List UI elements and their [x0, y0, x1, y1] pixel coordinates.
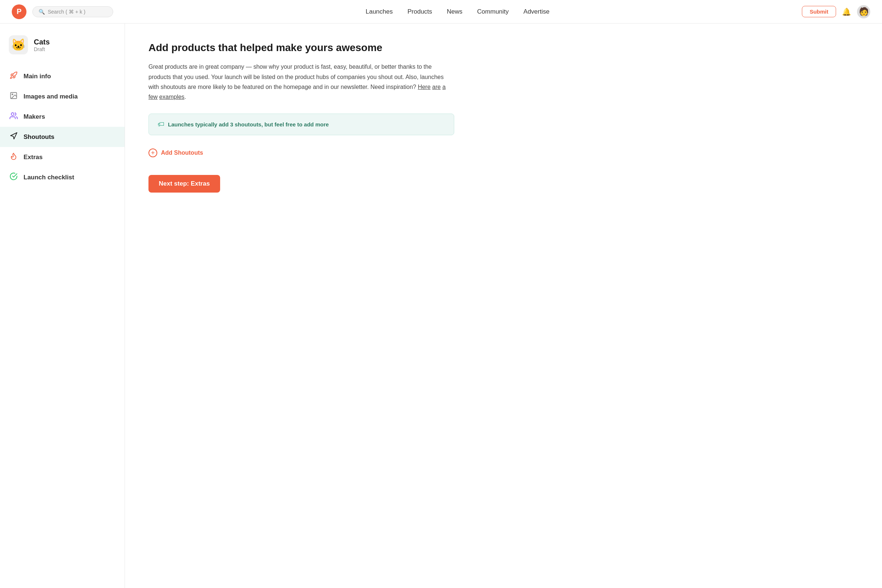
- sidebar-item-launch-checklist[interactable]: Launch checklist: [0, 167, 124, 188]
- add-shoutouts-button[interactable]: + Add Shoutouts: [148, 148, 454, 157]
- rocket-icon: [9, 71, 18, 81]
- sidebar-item-makers[interactable]: Makers: [0, 106, 124, 127]
- link-few[interactable]: few: [148, 94, 158, 100]
- submit-button[interactable]: Submit: [802, 6, 836, 17]
- sidebar-label-makers: Makers: [24, 113, 45, 120]
- page-title: Add products that helped make yours awes…: [148, 41, 454, 54]
- plus-circle-icon: +: [148, 148, 157, 157]
- notification-icon[interactable]: 🔔: [842, 8, 851, 16]
- sidebar: 🐱 Cats Draft Main info: [0, 24, 125, 588]
- info-box: 🏷 Launches typically add 3 shoutouts, bu…: [148, 114, 454, 135]
- sidebar-product: 🐱 Cats Draft: [0, 35, 124, 66]
- main-content: Add products that helped make yours awes…: [125, 24, 478, 588]
- add-shoutouts-label: Add Shoutouts: [161, 150, 203, 156]
- search-box[interactable]: 🔍 Search ( ⌘ + k ): [32, 6, 113, 17]
- sidebar-label-main-info: Main info: [24, 73, 51, 80]
- sidebar-label-launch-checklist: Launch checklist: [24, 174, 74, 181]
- info-box-text: Launches typically add 3 shoutouts, but …: [168, 121, 329, 128]
- check-circle-icon: [9, 172, 18, 182]
- page-layout: 🐱 Cats Draft Main info: [0, 24, 882, 588]
- avatar[interactable]: 🧑: [857, 5, 870, 18]
- product-icon: 🐱: [9, 35, 28, 54]
- next-step-button[interactable]: Next step: Extras: [148, 175, 220, 193]
- nav-products[interactable]: Products: [408, 8, 432, 15]
- header-right: Submit 🔔 🧑: [802, 5, 870, 18]
- search-icon: 🔍: [39, 9, 45, 15]
- svg-point-2: [11, 113, 14, 116]
- sidebar-item-images-media[interactable]: Images and media: [0, 86, 124, 106]
- nav-news[interactable]: News: [447, 8, 463, 15]
- sidebar-label-images-media: Images and media: [24, 93, 78, 100]
- sidebar-label-shoutouts: Shoutouts: [24, 134, 54, 141]
- sidebar-nav: Main info Images and media: [0, 66, 124, 188]
- page-description: Great products are in great company — sh…: [148, 62, 454, 102]
- link-here[interactable]: Here: [418, 84, 431, 90]
- sidebar-item-main-info[interactable]: Main info: [0, 66, 124, 86]
- image-icon: [9, 92, 18, 101]
- people-icon: [9, 112, 18, 122]
- nav-advertise[interactable]: Advertise: [524, 8, 549, 15]
- product-name: Cats: [34, 38, 50, 46]
- sidebar-item-extras[interactable]: Extras: [0, 147, 124, 167]
- svg-point-1: [12, 94, 13, 95]
- product-status: Draft: [34, 46, 50, 52]
- search-placeholder-text: Search ( ⌘ + k ): [48, 9, 85, 15]
- info-box-icon: 🏷: [158, 120, 164, 128]
- megaphone-icon: [9, 132, 18, 142]
- fire-icon: [9, 152, 18, 162]
- nav-launches[interactable]: Launches: [366, 8, 393, 15]
- link-examples[interactable]: examples: [159, 94, 184, 100]
- nav-community[interactable]: Community: [477, 8, 508, 15]
- sidebar-item-shoutouts[interactable]: Shoutouts: [0, 127, 124, 147]
- logo[interactable]: P: [12, 4, 27, 19]
- header: P 🔍 Search ( ⌘ + k ) Launches Products N…: [0, 0, 882, 24]
- link-are[interactable]: are: [432, 84, 441, 90]
- sidebar-label-extras: Extras: [24, 154, 43, 161]
- logo-letter: P: [16, 8, 21, 16]
- link-a[interactable]: a: [442, 84, 446, 90]
- main-nav: Launches Products News Community Adverti…: [366, 8, 549, 15]
